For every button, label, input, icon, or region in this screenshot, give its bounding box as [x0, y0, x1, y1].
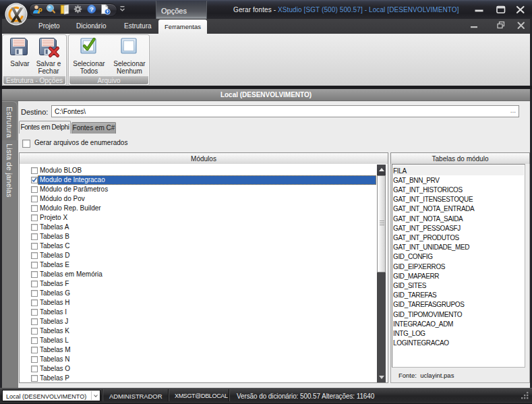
- svg-text:?: ?: [90, 5, 94, 13]
